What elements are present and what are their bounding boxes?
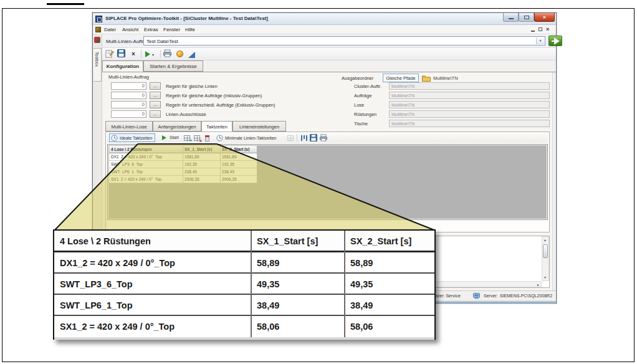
callout-row: SWT_LP3_6_Top 49,35 49,35 — [54, 274, 434, 295]
callout-bottom-strip — [54, 337, 434, 340]
save-button[interactable] — [117, 49, 127, 59]
toolbar-separator — [141, 50, 141, 58]
rule-more-button[interactable]: ... — [150, 101, 161, 108]
tab-linieneinstellungen[interactable]: Linieneinstellungen — [232, 121, 286, 132]
toolbox-tab[interactable]: Toolbox — [93, 48, 102, 82]
rule-count-input[interactable]: 0 — [111, 82, 146, 90]
rule-more-button[interactable]: ... — [150, 82, 161, 90]
close-icon: × — [543, 14, 546, 21]
save-results-button[interactable] — [310, 134, 318, 142]
start-run-button[interactable]: ▾ — [143, 49, 158, 59]
maximize-button[interactable] — [519, 13, 534, 22]
tab-konfiguration[interactable]: Konfiguration — [102, 60, 143, 72]
menu-ansicht[interactable]: Ansicht — [122, 27, 138, 32]
app-logo-icon — [95, 16, 102, 22]
callout-sx2: 58,06 — [350, 322, 431, 332]
start-calc-button[interactable] — [161, 134, 169, 142]
minimize-button[interactable] — [503, 13, 519, 22]
mdi-minimize-button[interactable] — [530, 27, 536, 32]
col-header[interactable]: 4 Lose \ 2 Rüstungen — [111, 147, 181, 151]
rule-count-input[interactable]: 0 — [111, 101, 146, 108]
scroll-down-icon[interactable]: ▼ — [544, 275, 547, 279]
scrollbar-thumb[interactable] — [543, 244, 548, 258]
field-value: Multiline\TN — [389, 82, 550, 90]
edit-note-icon — [105, 49, 114, 58]
chart-button[interactable] — [187, 49, 197, 59]
field-label: Cluster-Auftr. — [354, 84, 381, 89]
rule-more-button[interactable]: ... — [150, 110, 161, 118]
run-order-button[interactable] — [548, 36, 562, 46]
rule-more-button[interactable]: ... — [150, 92, 161, 99]
callout-lot-name: DX1_2 = 420 x 249 / 0°_Top — [60, 258, 247, 268]
col-header[interactable]: SX_2_Start [s] — [222, 147, 256, 151]
lot-name-cell: SWT_LP3_6_Top — [111, 162, 181, 166]
callout-sx1: 58,06 — [257, 322, 344, 332]
edit-order-button[interactable] — [105, 49, 115, 59]
ramp-chart-icon — [188, 52, 195, 58]
gantt-view-button[interactable] — [300, 134, 308, 142]
folder-icon[interactable] — [422, 75, 431, 82]
callout-lot-name: SWT_LP6_1_Top — [60, 300, 247, 310]
lot-name-cell: SWT_LP6_1_Top — [111, 170, 181, 174]
caret-down-icon: ▾ — [152, 52, 154, 57]
lot-name-cell: DX1_2 = 420 x 249 / 0°_Top — [111, 155, 181, 159]
callout-column-divider — [344, 231, 345, 338]
play-icon — [162, 135, 166, 140]
delete-button[interactable]: × — [130, 49, 140, 59]
tab-taktzeiten[interactable]: Taktzeiten — [201, 121, 232, 132]
menu-datei[interactable]: Datei — [104, 27, 116, 32]
callout-row: SWT_LP6_1_Top 38,49 38,49 — [54, 295, 434, 316]
scroll-right-icon[interactable]: ► — [537, 283, 540, 287]
column-divider — [183, 146, 183, 183]
tab-multi-linien-lose[interactable]: Multi-Linien-Lose — [105, 121, 153, 132]
print-button[interactable] — [320, 134, 328, 142]
zoom-callout-table: 4 Lose \ 2 Rüstungen SX_1_Start [s] SX_2… — [53, 229, 436, 340]
vertical-scrollbar[interactable]: ▲ ▼ — [542, 236, 549, 281]
menu-bar: Datei Ansicht Extras Fenster Hilfe × — [93, 25, 556, 34]
panel-scrollbar[interactable] — [552, 72, 556, 291]
callout-col-header: SX_1_Start [s] — [257, 236, 344, 246]
scroll-up-icon[interactable]: ▲ — [544, 238, 547, 242]
minimale-taktzeiten-button[interactable]: Minimale Linien-Taktzeiten — [214, 133, 279, 142]
bar-icon — [304, 135, 305, 139]
field-value: Multiline\TN — [389, 101, 550, 108]
menu-fenster[interactable]: Fenster — [163, 27, 180, 32]
copy-report-button[interactable] — [163, 49, 173, 59]
bar-icon — [306, 135, 307, 141]
takt-table: 4 Lose \ 2 Rüstungen SX_1_Start [s] SX_2… — [109, 146, 257, 183]
help-status-button[interactable] — [175, 49, 185, 59]
results-grid-area: 4 Lose \ 2 Rüstungen SX_1_Start [s] SX_2… — [107, 144, 548, 220]
menu-hilfe[interactable]: Hilfe — [185, 27, 195, 32]
order-combobox[interactable]: Test Data\Test ▼ — [143, 36, 545, 46]
column-limit-button[interactable] — [203, 134, 211, 142]
maximize-icon — [524, 16, 529, 19]
rule-count-input[interactable]: 0 — [111, 92, 146, 99]
mdi-minimize-icon — [531, 31, 535, 32]
x-badge-icon: x — [199, 138, 202, 143]
col-header[interactable]: SX_1_Start [s] — [184, 147, 220, 151]
clock-icon — [111, 135, 118, 141]
start-label[interactable]: Start — [170, 135, 179, 140]
close-button[interactable]: × — [534, 13, 555, 22]
same-paths-button[interactable]: Gleiche Pfade — [383, 74, 419, 82]
rule-count-input[interactable]: 0 — [111, 110, 146, 118]
window-title: SIPLACE Pro Optimiere-Toolkit - [SiClust… — [105, 16, 268, 21]
add-column-button[interactable]: + — [183, 134, 191, 142]
rule-label: Regeln für unterschiedl. Aufträge (Exklu… — [166, 102, 275, 108]
mdi-close-button[interactable]: × — [546, 27, 552, 32]
remove-column-button[interactable]: x — [193, 134, 201, 142]
tab-starten-ergebnisse[interactable]: Starten & Ergebnisse — [143, 60, 203, 72]
callout-sx2: 58,89 — [350, 258, 431, 268]
minimize-icon — [509, 18, 514, 19]
tab-anfangsruestungen[interactable]: Anfangsrüstungen — [153, 121, 201, 132]
printer-icon — [320, 134, 327, 141]
callout-sx2: 38,49 — [350, 300, 431, 310]
clock-icon — [216, 135, 223, 141]
menu-extras[interactable]: Extras — [144, 27, 158, 32]
ideale-taktzeiten-button[interactable]: Ideale Taktzeiten — [109, 133, 155, 142]
grid-disabled-button[interactable] — [287, 134, 295, 142]
mdi-restore-button[interactable] — [537, 27, 544, 32]
sx1-cell: 1581,89 — [184, 155, 220, 159]
tools-icon[interactable] — [94, 37, 100, 43]
chevron-down-icon[interactable]: ▼ — [536, 37, 544, 44]
